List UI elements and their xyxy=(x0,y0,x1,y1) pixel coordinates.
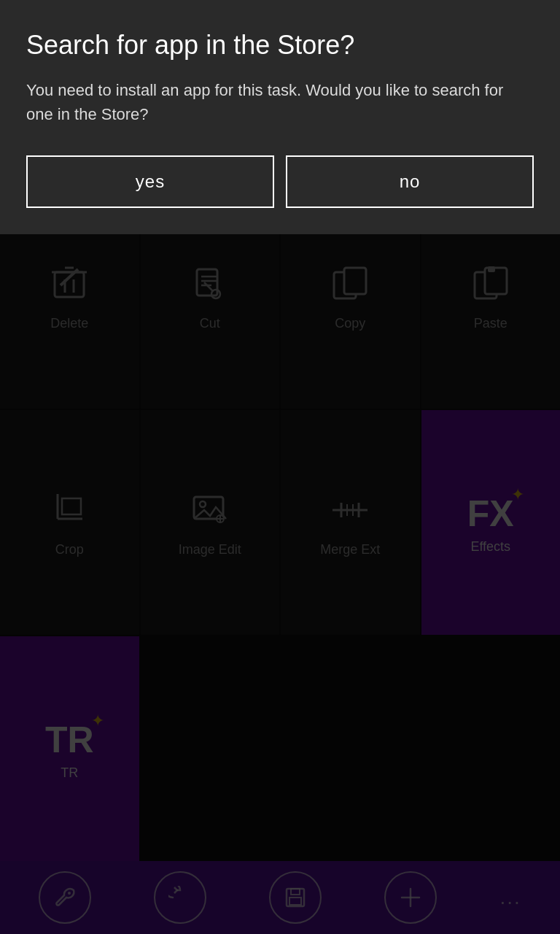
modal-dialog: Search for app in the Store? You need to… xyxy=(0,0,560,234)
modal-body: You need to install an app for this task… xyxy=(26,78,534,126)
modal-title: Search for app in the Store? xyxy=(26,29,534,61)
modal-overlay: Search for app in the Store? You need to… xyxy=(0,0,560,934)
modal-buttons: yes no xyxy=(26,155,534,208)
modal-no-button[interactable]: no xyxy=(286,155,534,208)
modal-yes-button[interactable]: yes xyxy=(26,155,274,208)
